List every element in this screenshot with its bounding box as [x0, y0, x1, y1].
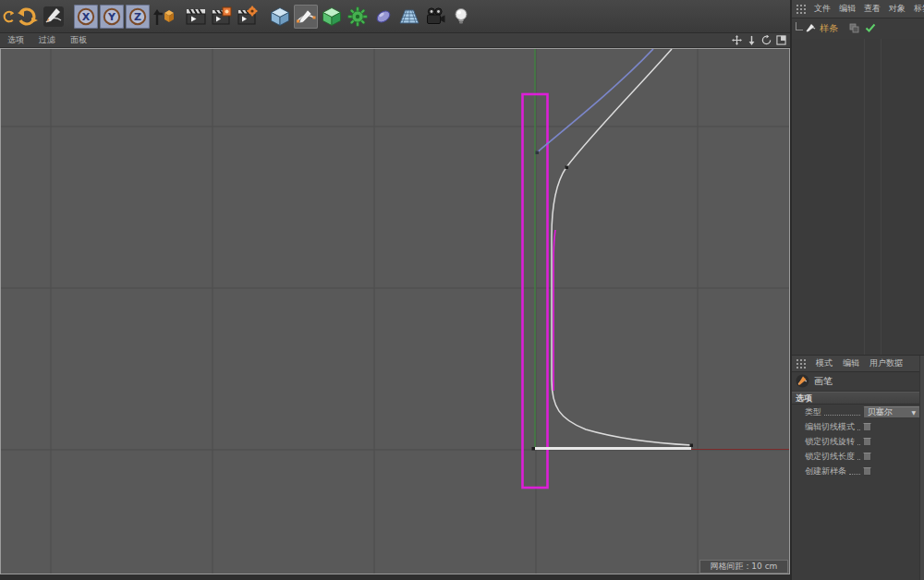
am-menu-mode[interactable]: 模式 [816, 357, 833, 369]
scrollbar[interactable] [919, 356, 924, 580]
lock-x-button[interactable]: X [74, 5, 98, 29]
spline-object-icon [805, 22, 817, 36]
environment-floor-icon[interactable] [397, 5, 421, 29]
svg-text:Z: Z [134, 11, 141, 23]
object-manager-menubar: 文件 编辑 查看 对象 标签 [792, 0, 924, 18]
enabled-check-icon[interactable] [865, 23, 876, 35]
undo-icon[interactable] [0, 5, 14, 29]
layer-state-icon[interactable] [849, 23, 859, 35]
dotted-leader [849, 467, 860, 475]
lock-y-button[interactable]: Y [100, 5, 124, 29]
type-dropdown[interactable]: 贝塞尔 ▼ [863, 406, 920, 418]
lock-tangent-rotation-checkbox[interactable] [863, 438, 871, 446]
param-row-lock-tangent-rotation: 锁定切线旋转 [792, 434, 924, 449]
svg-text:X: X [82, 11, 91, 23]
main-area: X Y Z [0, 0, 790, 580]
am-menu-edit[interactable]: 编辑 [843, 357, 859, 369]
om-column-divider [864, 39, 865, 355]
zoom-icon[interactable] [747, 35, 757, 45]
right-panel: 文件 编辑 查看 对象 标签 样条 [790, 0, 924, 580]
grid-spacing-badge: 网格间距 : 10 cm [699, 560, 788, 574]
edit-tangent-mode-checkbox[interactable] [863, 423, 871, 431]
param-row-lock-tangent-length: 锁定切线长度 [792, 449, 924, 464]
spline-pen-icon[interactable] [294, 5, 318, 29]
cinema4d-window: X Y Z [0, 0, 924, 580]
param-row-edit-tangent-mode: 编辑切线模式 [792, 419, 924, 434]
panel-menu-icon[interactable] [796, 359, 806, 369]
tool-name: 画笔 [814, 375, 833, 388]
chevron-down-icon: ▼ [911, 409, 916, 416]
light-icon[interactable] [449, 5, 473, 29]
toggle-view-icon[interactable] [776, 35, 786, 45]
param-label: 类型 [805, 406, 821, 418]
spline-profile[interactable] [552, 49, 691, 445]
dotted-leader [857, 453, 860, 460]
am-menu-userdata[interactable]: 用户数据 [869, 357, 903, 369]
dotted-leader [857, 438, 860, 445]
attribute-manager-menubar: 模式 编辑 用户数据 [792, 356, 924, 372]
om-column-divider [881, 39, 881, 355]
render-view-icon[interactable] [184, 5, 208, 29]
param-label: 锁定切线长度 [805, 451, 855, 463]
brush-tool-icon[interactable] [42, 5, 66, 29]
create-new-spline-checkbox[interactable] [863, 467, 871, 476]
spline-inner-blue[interactable] [537, 49, 653, 152]
viewport[interactable]: 网格间距 : 10 cm [0, 48, 790, 574]
lock-z-button[interactable]: Z [126, 5, 150, 29]
hierarchy-branch [796, 22, 803, 30]
render-picture-viewer-icon[interactable] [210, 5, 234, 29]
param-label: 编辑切线模式 [805, 421, 855, 433]
section-header-options[interactable]: 选项 [792, 392, 924, 405]
object-row-spline[interactable]: 样条 [792, 18, 924, 39]
om-menu-objects[interactable]: 对象 [889, 3, 906, 15]
svg-text:Y: Y [107, 11, 116, 23]
redo-icon[interactable] [16, 5, 40, 29]
lock-tangent-length-checkbox[interactable] [863, 453, 871, 461]
spline-selected-segment[interactable] [553, 230, 555, 391]
viewport-menu-filter[interactable]: 过滤 [31, 34, 63, 46]
param-row-create-new-spline: 创建新样条 [792, 464, 924, 478]
pan-icon[interactable] [732, 35, 742, 45]
dotted-leader [857, 423, 860, 430]
coordinate-system-icon[interactable] [152, 5, 176, 29]
rotate-icon[interactable] [761, 35, 772, 45]
render-settings-icon[interactable] [236, 5, 260, 29]
om-menu-file[interactable]: 文件 [814, 3, 831, 15]
pen-tool-icon [796, 374, 809, 390]
om-menu-edit[interactable]: 编辑 [839, 3, 856, 15]
grid-lines [1, 49, 789, 574]
panel-menu-icon[interactable] [796, 5, 806, 14]
top-toolbar: X Y Z [0, 0, 790, 33]
object-manager-body[interactable] [792, 39, 924, 355]
om-menu-view[interactable]: 查看 [864, 3, 881, 15]
viewport-menu-panel[interactable]: 面板 [63, 34, 94, 46]
active-tool-header: 画笔 [792, 372, 924, 392]
attribute-manager: 模式 编辑 用户数据 画笔 选项 类型 [792, 355, 924, 580]
viewport-canvas[interactable] [1, 49, 789, 574]
object-name[interactable]: 样条 [820, 22, 838, 35]
camera-icon[interactable] [423, 5, 447, 29]
add-cube-icon[interactable] [268, 5, 292, 29]
viewport-menu-options[interactable]: 选项 [0, 34, 31, 46]
modifiers-gear-icon[interactable] [346, 5, 370, 29]
om-menu-tags[interactable]: 标签 [914, 3, 924, 15]
param-label: 创建新样条 [805, 465, 846, 477]
generators-cube-icon[interactable] [320, 5, 344, 29]
param-row-type: 类型 贝塞尔 ▼ [792, 405, 924, 419]
param-label: 锁定切线旋转 [805, 436, 855, 448]
deformer-blob-icon[interactable] [371, 5, 395, 29]
dotted-leader [824, 408, 860, 416]
viewport-menubar: 选项 过滤 面板 [0, 33, 790, 48]
